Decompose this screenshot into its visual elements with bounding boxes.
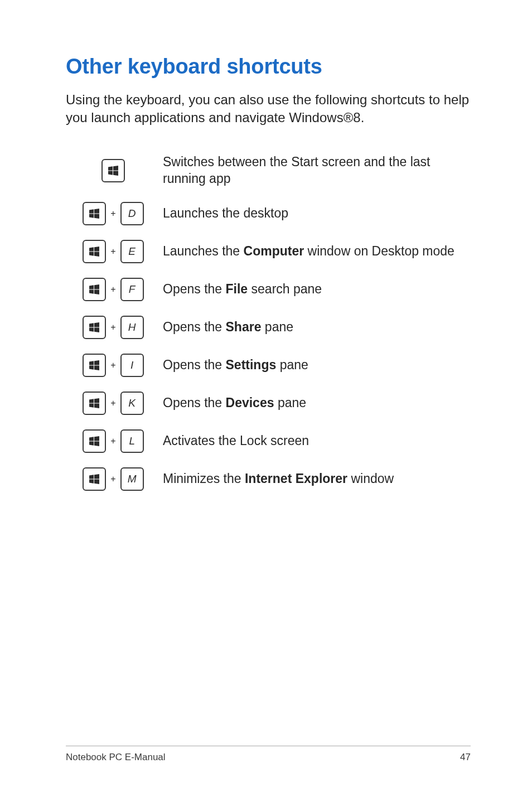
shortcut-row: +FOpens the File search pane bbox=[66, 278, 471, 301]
shortcut-description: Opens the Devices pane bbox=[161, 395, 471, 412]
shortcut-description: Launches the desktop bbox=[161, 205, 471, 222]
svg-marker-21 bbox=[94, 360, 99, 365]
plus-separator: + bbox=[109, 284, 117, 294]
svg-marker-19 bbox=[94, 327, 99, 332]
windows-logo-icon bbox=[89, 209, 99, 219]
svg-marker-15 bbox=[94, 289, 99, 294]
intro-paragraph: Using the keyboard, you can also use the… bbox=[66, 91, 471, 127]
svg-marker-7 bbox=[94, 214, 99, 219]
shortcut-row: +KOpens the Devices pane bbox=[66, 392, 471, 415]
key-combo: +F bbox=[66, 278, 161, 301]
letter-key: M bbox=[120, 467, 144, 491]
page-title: Other keyboard shortcuts bbox=[66, 55, 471, 79]
svg-marker-14 bbox=[89, 289, 94, 293]
svg-marker-6 bbox=[89, 214, 94, 218]
svg-marker-24 bbox=[89, 399, 94, 403]
svg-marker-11 bbox=[94, 252, 99, 257]
svg-marker-29 bbox=[94, 436, 99, 441]
letter-key: H bbox=[120, 316, 144, 339]
footer-doc-title: Notebook PC E-Manual bbox=[66, 752, 166, 763]
windows-key bbox=[83, 392, 106, 415]
key-combo: +L bbox=[66, 429, 161, 453]
windows-logo-icon bbox=[89, 247, 99, 257]
svg-marker-5 bbox=[94, 209, 99, 214]
key-combo: +I bbox=[66, 354, 161, 377]
plus-separator: + bbox=[109, 474, 117, 484]
shortcut-description: Opens the Settings pane bbox=[161, 357, 471, 374]
svg-marker-8 bbox=[89, 247, 94, 251]
key-combo: +M bbox=[66, 467, 161, 491]
svg-marker-3 bbox=[113, 171, 118, 176]
svg-marker-18 bbox=[89, 327, 94, 331]
windows-logo-icon bbox=[108, 166, 118, 176]
key-combo: +E bbox=[66, 240, 161, 263]
svg-marker-30 bbox=[89, 441, 94, 445]
svg-marker-17 bbox=[94, 322, 99, 327]
svg-marker-22 bbox=[89, 365, 94, 369]
shortcut-row: +MMinimizes the Internet Explorer window bbox=[66, 467, 471, 491]
windows-key bbox=[83, 202, 106, 225]
shortcut-description: Opens the File search pane bbox=[161, 281, 471, 298]
svg-marker-35 bbox=[94, 479, 99, 484]
key-combo: +K bbox=[66, 392, 161, 415]
plus-separator: + bbox=[109, 209, 117, 219]
svg-marker-12 bbox=[89, 285, 94, 289]
letter-key: K bbox=[120, 392, 144, 415]
svg-marker-2 bbox=[108, 171, 113, 175]
plus-separator: + bbox=[109, 360, 117, 370]
windows-logo-icon bbox=[89, 322, 99, 332]
svg-marker-34 bbox=[89, 479, 94, 483]
svg-marker-27 bbox=[94, 403, 99, 408]
plus-separator: + bbox=[109, 398, 117, 408]
letter-key: L bbox=[120, 429, 144, 453]
shortcut-row: +LActivates the Lock screen bbox=[66, 429, 471, 453]
windows-key bbox=[83, 467, 106, 491]
svg-marker-9 bbox=[94, 247, 99, 252]
plus-separator: + bbox=[109, 247, 117, 257]
svg-marker-33 bbox=[94, 474, 99, 479]
letter-key: E bbox=[120, 240, 144, 263]
windows-key bbox=[83, 240, 106, 263]
shortcut-description: Switches between the Start screen and th… bbox=[161, 154, 471, 187]
footer-page-number: 47 bbox=[460, 752, 471, 763]
key-combo bbox=[66, 159, 161, 182]
svg-marker-10 bbox=[89, 252, 94, 255]
key-combo: +D bbox=[66, 202, 161, 225]
letter-key: D bbox=[120, 202, 144, 225]
svg-marker-32 bbox=[89, 475, 94, 479]
windows-key bbox=[83, 354, 106, 377]
letter-key: I bbox=[120, 354, 144, 377]
page-content: Other keyboard shortcuts Using the keybo… bbox=[0, 0, 532, 491]
shortcut-row: +ELaunches the Computer window on Deskto… bbox=[66, 240, 471, 263]
shortcut-row: +DLaunches the desktop bbox=[66, 202, 471, 225]
windows-key bbox=[101, 159, 125, 182]
svg-marker-25 bbox=[94, 398, 99, 403]
windows-key bbox=[83, 429, 106, 453]
svg-marker-20 bbox=[89, 361, 94, 365]
svg-marker-26 bbox=[89, 403, 94, 407]
shortcut-table: Switches between the Start screen and th… bbox=[66, 154, 471, 491]
plus-separator: + bbox=[109, 322, 117, 332]
svg-marker-4 bbox=[89, 209, 94, 213]
svg-marker-0 bbox=[108, 166, 113, 170]
svg-marker-1 bbox=[113, 166, 118, 171]
svg-marker-16 bbox=[89, 323, 94, 327]
shortcut-description: Activates the Lock screen bbox=[161, 433, 471, 450]
windows-logo-icon bbox=[89, 398, 99, 408]
svg-marker-31 bbox=[94, 441, 99, 446]
shortcut-row: +IOpens the Settings pane bbox=[66, 354, 471, 377]
svg-marker-23 bbox=[94, 365, 99, 370]
shortcut-description: Launches the Computer window on Desktop … bbox=[161, 243, 471, 260]
letter-key: F bbox=[120, 278, 144, 301]
windows-logo-icon bbox=[89, 436, 99, 446]
shortcut-description: Minimizes the Internet Explorer window bbox=[161, 471, 471, 487]
shortcut-description: Opens the Share pane bbox=[161, 319, 471, 336]
key-combo: +H bbox=[66, 316, 161, 339]
windows-key bbox=[83, 278, 106, 301]
plus-separator: + bbox=[109, 436, 117, 446]
windows-logo-icon bbox=[89, 360, 99, 370]
svg-marker-28 bbox=[89, 437, 94, 441]
svg-marker-13 bbox=[94, 284, 99, 289]
windows-key bbox=[83, 316, 106, 339]
windows-logo-icon bbox=[89, 474, 99, 484]
